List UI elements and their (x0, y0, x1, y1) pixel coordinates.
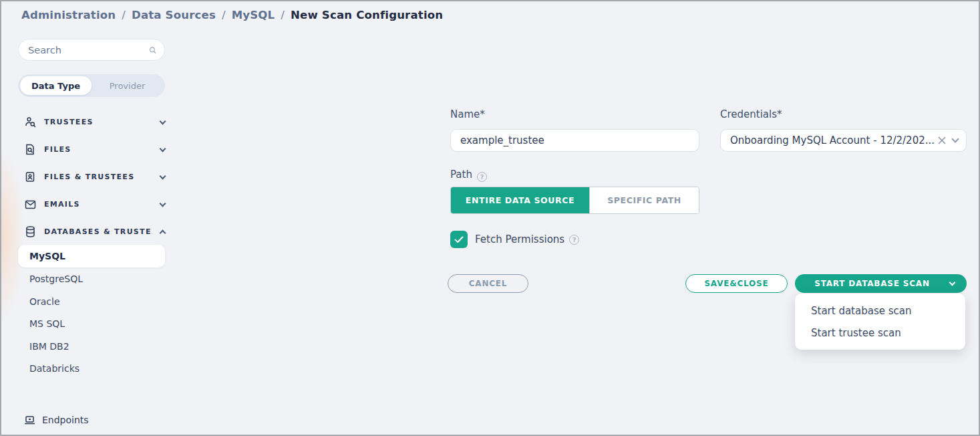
sidebar-item-mysql[interactable]: MySQL (18, 245, 165, 267)
endpoints-icon (24, 415, 35, 425)
breadcrumb-separator: / (122, 9, 126, 21)
breadcrumb-separator: / (222, 9, 226, 21)
sidebar-item-label: EMAILS (44, 200, 152, 209)
name-input[interactable] (450, 129, 699, 152)
breadcrumb: Administration / Data Sources / MySQL / … (21, 9, 443, 21)
chevron-down-icon (160, 145, 166, 152)
envelope-icon (24, 200, 36, 209)
fetch-permissions-help-icon[interactable]: ? (569, 235, 579, 245)
sidebar-search (18, 39, 165, 61)
sidebar-category-list: TRUSTEES FILES FILES & TRUSTEES (18, 108, 170, 245)
database-subitem-list: MySQL PostgreSQL Oracle MS SQL IBM DB2 D… (18, 245, 165, 380)
sidebar-item-label: FILES & TRUSTEES (44, 173, 152, 181)
sidebar-item-trustees[interactable]: TRUSTEES (18, 108, 170, 136)
start-database-scan-label: START DATABASE SCAN (814, 279, 930, 288)
sidebar-item-databases-trustees[interactable]: DATABASES & TRUSTE... (18, 218, 170, 245)
sidebar-item-files[interactable]: FILES (18, 136, 170, 163)
new-scan-configuration-page: Administration / Data Sources / MySQL / … (0, 0, 980, 436)
search-input[interactable] (28, 45, 149, 56)
sidebar-item-label: DATABASES & TRUSTE... (44, 227, 152, 236)
menu-item-start-trustee-scan[interactable]: Start trustee scan (795, 322, 965, 344)
credentials-label: Credentials* (720, 108, 782, 120)
breadcrumb-separator: / (281, 9, 285, 21)
sidebar-item-ms-sql[interactable]: MS SQL (18, 313, 165, 335)
sidebar-item-databricks[interactable]: Databricks (18, 358, 165, 380)
check-icon (454, 236, 464, 243)
sidebar-item-emails[interactable]: EMAILS (18, 191, 170, 218)
tab-data-type[interactable]: Data Type (20, 76, 92, 95)
chevron-down-icon (160, 118, 166, 124)
credentials-select[interactable]: Onboarding MySQL Account - 12/2/202... (720, 129, 967, 152)
breadcrumb-mysql[interactable]: MySQL (232, 9, 275, 21)
cancel-button[interactable]: CANCEL (448, 274, 528, 293)
sidebar-item-ibm-db2[interactable]: IBM DB2 (18, 335, 165, 357)
chevron-down-icon (160, 200, 166, 207)
search-icon (149, 45, 156, 56)
tab-provider[interactable]: Provider (92, 76, 163, 95)
path-help-icon[interactable]: ? (477, 172, 487, 182)
trustee-search-icon (24, 116, 36, 128)
breadcrumb-administration[interactable]: Administration (21, 9, 116, 21)
start-database-scan-button[interactable]: START DATABASE SCAN (795, 274, 967, 293)
scan-options-menu: Start database scan Start trustee scan (795, 294, 965, 350)
name-label: Name* (450, 108, 485, 120)
credentials-selected-value: Onboarding MySQL Account - 12/2/202... (730, 134, 934, 146)
chevron-down-icon (160, 173, 166, 179)
path-label: Path? (450, 169, 487, 182)
chevron-down-icon[interactable] (951, 135, 959, 142)
entire-data-source-button[interactable]: ENTIRE DATA SOURCE (451, 187, 590, 213)
fetch-permissions-row: Fetch Permissions ? (450, 231, 579, 248)
endpoints-label: Endpoints (42, 415, 89, 425)
file-trustee-icon (24, 171, 36, 183)
sidebar-tab-switcher: Data Type Provider (18, 74, 165, 97)
fetch-permissions-label: Fetch Permissions (475, 233, 564, 245)
save-close-button[interactable]: SAVE&CLOSE (685, 274, 788, 293)
fetch-permissions-checkbox[interactable] (450, 231, 468, 248)
file-search-icon (24, 144, 36, 155)
sidebar-item-endpoints[interactable]: Endpoints (24, 415, 89, 425)
sidebar-item-label: FILES (44, 145, 152, 154)
sidebar-item-postgresql[interactable]: PostgreSQL (18, 268, 165, 290)
chevron-up-icon (160, 230, 166, 237)
breadcrumb-current-page: New Scan Configuration (291, 9, 443, 21)
breadcrumb-data-sources[interactable]: Data Sources (132, 9, 216, 21)
specific-path-button[interactable]: SPECIFIC PATH (590, 187, 699, 213)
sidebar-item-oracle[interactable]: Oracle (18, 290, 165, 312)
path-toggle-group: ENTIRE DATA SOURCE SPECIFIC PATH (450, 187, 699, 214)
chevron-down-icon (949, 280, 956, 286)
sidebar-item-files-trustees[interactable]: FILES & TRUSTEES (18, 163, 170, 191)
database-icon (24, 226, 36, 237)
clear-credentials-icon[interactable] (938, 136, 946, 144)
sidebar-item-label: TRUSTEES (44, 118, 152, 126)
menu-item-start-database-scan[interactable]: Start database scan (795, 300, 965, 322)
